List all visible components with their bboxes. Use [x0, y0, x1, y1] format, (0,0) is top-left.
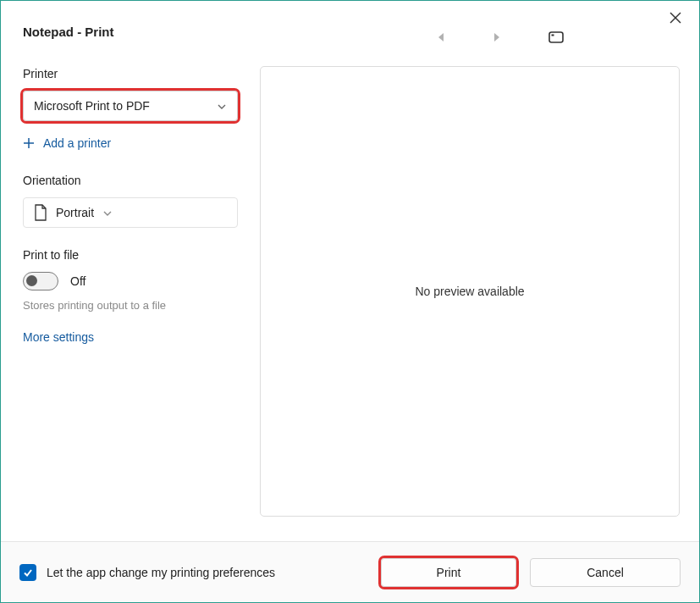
- printer-label: Printer: [23, 67, 238, 80]
- page-portrait-icon: [34, 204, 47, 221]
- svg-rect-4: [549, 32, 563, 42]
- add-printer-label: Add a printer: [43, 136, 111, 150]
- preferences-checkbox-row: Let the app change my printing preferenc…: [19, 564, 275, 581]
- triangle-right-icon: [493, 32, 501, 42]
- printer-dropdown[interactable]: Microsoft Print to PDF: [23, 91, 238, 121]
- orientation-label: Orientation: [23, 174, 238, 187]
- preview-toolbar: [390, 31, 610, 43]
- print-to-file-state: Off: [70, 274, 85, 288]
- dialog-title: Notepad - Print: [23, 25, 114, 39]
- orientation-dropdown[interactable]: Portrait: [23, 197, 238, 228]
- preview-message: No preview available: [415, 285, 524, 298]
- toggle-knob: [26, 275, 37, 286]
- print-to-file-label: Print to file: [23, 248, 238, 262]
- fit-page-icon: [548, 31, 564, 43]
- check-icon: [23, 567, 33, 578]
- print-to-file-helper: Stores printing output to a file: [23, 299, 238, 312]
- fit-page-button[interactable]: [548, 31, 564, 43]
- add-printer-link[interactable]: Add a printer: [23, 136, 238, 150]
- orientation-selected-value: Portrait: [56, 206, 94, 219]
- preferences-checkbox-label: Let the app change my printing preferenc…: [47, 566, 275, 579]
- close-button[interactable]: [667, 9, 684, 26]
- previous-page-button[interactable]: [437, 32, 445, 42]
- svg-rect-5: [552, 35, 554, 36]
- dialog-footer: Let the app change my printing preferenc…: [1, 541, 699, 602]
- triangle-left-icon: [437, 32, 445, 42]
- preferences-checkbox[interactable]: [19, 564, 36, 581]
- next-page-button[interactable]: [493, 32, 501, 42]
- chevron-down-icon: [102, 206, 113, 219]
- plus-icon: [23, 137, 35, 149]
- more-settings-link[interactable]: More settings: [23, 330, 238, 344]
- svg-marker-2: [438, 33, 444, 41]
- printer-selected-value: Microsoft Print to PDF: [34, 99, 150, 113]
- cancel-button[interactable]: Cancel: [530, 558, 681, 587]
- close-icon: [670, 12, 681, 24]
- preview-panel: No preview available: [260, 66, 680, 517]
- options-panel: Printer Microsoft Print to PDF Add a pri…: [23, 67, 238, 344]
- print-to-file-toggle[interactable]: [23, 272, 58, 290]
- svg-marker-3: [494, 33, 499, 41]
- chevron-down-icon: [217, 99, 227, 113]
- print-button[interactable]: Print: [381, 558, 516, 587]
